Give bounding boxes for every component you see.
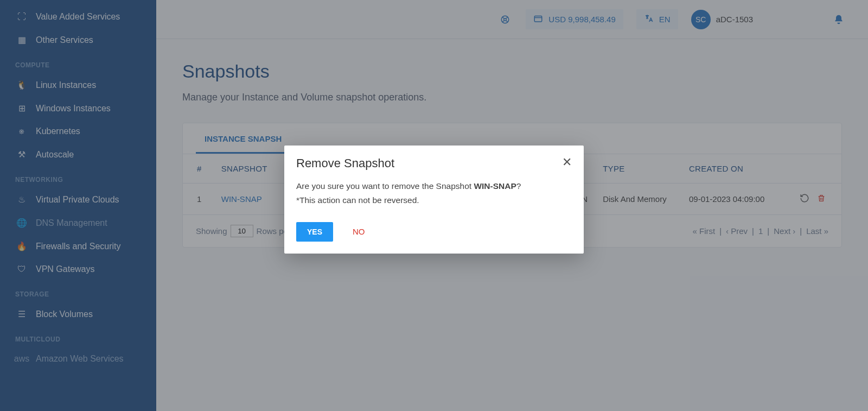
- modal-body-suffix: ?: [516, 181, 521, 191]
- modal-body-name: WIN-SNAP: [474, 181, 516, 191]
- modal-body: Are you sure you want to remove the Snap…: [284, 176, 584, 213]
- close-icon[interactable]: ✕: [562, 156, 572, 168]
- modal-title: Remove Snapshot: [296, 156, 394, 170]
- no-button[interactable]: NO: [353, 227, 365, 236]
- yes-button[interactable]: YES: [296, 222, 333, 242]
- modal-note: *This action can not be reversed.: [296, 195, 419, 205]
- modal-overlay[interactable]: Remove Snapshot ✕ Are you sure you want …: [0, 0, 868, 411]
- modal-body-prefix: Are you sure you want to remove the Snap…: [296, 181, 474, 191]
- remove-snapshot-modal: Remove Snapshot ✕ Are you sure you want …: [284, 146, 584, 254]
